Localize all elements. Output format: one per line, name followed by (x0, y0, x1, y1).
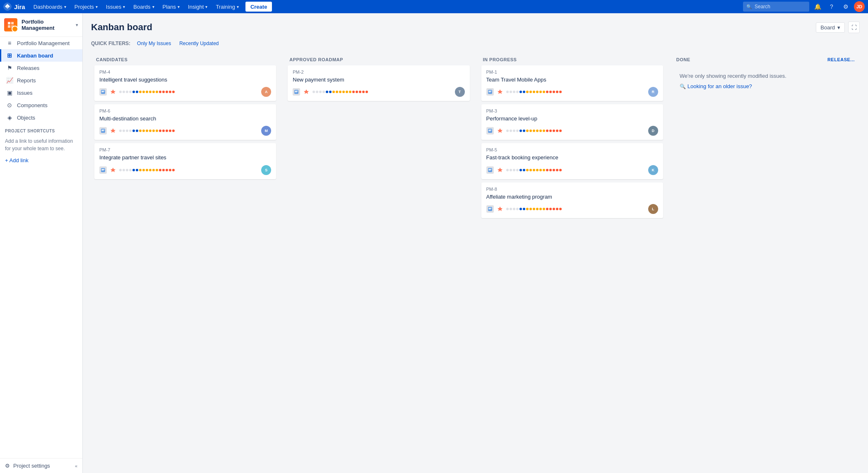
card-meta (293, 88, 310, 96)
notifications-button[interactable]: 🔔 (812, 1, 823, 12)
older-issues-link[interactable]: 🔍 Looking for an older issue? (680, 82, 851, 91)
topnav-issues[interactable]: Issues ▾ (103, 0, 129, 13)
sidebar-item-reports[interactable]: 📈 Reports (0, 74, 82, 86)
column-header-approved_roadmap: APPROVED ROADMAP (284, 54, 473, 65)
svg-rect-2 (8, 25, 10, 28)
kanban-card[interactable]: PM-4 Intelligent travel suggestions A (94, 65, 276, 101)
board-icon: ⊞ (6, 52, 13, 59)
topnav-right: 🔍 Search 🔔 ? ⚙ JD (743, 1, 865, 12)
sidebar-item-objects[interactable]: ◈ Objects (0, 111, 82, 124)
story-icon (99, 166, 107, 174)
column-body-in_progress: PM-1 Team Travel Mobile Apps R (478, 65, 666, 221)
kanban-column-candidates: CANDIDATES PM-4 Intelligent travel sugge… (91, 54, 279, 219)
kanban-card[interactable]: PM-3 Performance level-up D (481, 104, 663, 140)
sidebar-item-releases[interactable]: ⚑ Releases (0, 62, 82, 74)
collapse-icon: « (75, 463, 77, 468)
sidebar-item-portfolio-management[interactable]: ≡ Portfolio Management (0, 37, 82, 49)
card-avatar: S (261, 165, 271, 175)
card-footer: L (486, 204, 658, 214)
column-title: CANDIDATES (96, 57, 127, 62)
card-meta (486, 205, 504, 213)
topnav-plans[interactable]: Plans ▾ (159, 0, 183, 13)
card-footer: D (486, 126, 658, 136)
help-button[interactable]: ? (826, 1, 837, 12)
kanban-card[interactable]: PM-2 New payment system T (288, 65, 469, 101)
settings-button[interactable]: ⚙ (840, 1, 851, 12)
card-avatar: K (648, 165, 658, 175)
card-id: PM-1 (486, 70, 658, 74)
card-avatar: D (648, 126, 658, 136)
issues-icon: ▣ (6, 89, 13, 96)
chevron-down-icon: ▾ (237, 5, 239, 9)
card-title: Intelligent travel suggestions (99, 76, 271, 84)
shortcuts-title: PROJECT SHORTCUTS (0, 124, 82, 135)
topnav-boards[interactable]: Boards ▾ (130, 0, 157, 13)
card-title: Integrate partner travel sites (99, 154, 271, 161)
topnav-projects[interactable]: Projects ▾ (71, 0, 101, 13)
project-chevron-icon: ▾ (76, 22, 78, 28)
topnav-insight[interactable]: Insight ▾ (185, 0, 211, 13)
search-icon: 🔍 (746, 4, 752, 10)
kanban-card[interactable]: PM-6 Multi-destination search M (94, 104, 276, 140)
board-view-button[interactable]: Board ▾ (816, 22, 845, 33)
kanban-card[interactable]: PM-1 Team Travel Mobile Apps R (481, 65, 663, 101)
releases-icon: ⚑ (6, 65, 13, 71)
user-avatar[interactable]: JD (854, 1, 865, 12)
card-id: PM-6 (99, 108, 271, 113)
card-footer: T (293, 87, 464, 97)
sidebar-item-issues[interactable]: ▣ Issues (0, 86, 82, 99)
search-bar[interactable]: 🔍 Search (743, 2, 809, 12)
components-icon: ⊙ (6, 102, 13, 108)
column-title: APPROVED ROADMAP (289, 57, 343, 62)
priority-icon (496, 127, 504, 134)
card-footer: S (99, 165, 271, 175)
sidebar-item-kanban-board[interactable]: ⊞ Kanban board (0, 49, 82, 62)
card-title: New payment system (293, 76, 464, 84)
add-link-button[interactable]: + Add link (0, 155, 82, 166)
release-link[interactable]: Release... (827, 57, 855, 62)
priority-icon (109, 88, 117, 96)
project-name: Portfolio Management (22, 19, 72, 31)
card-id: PM-8 (486, 187, 658, 192)
svg-rect-1 (11, 22, 14, 24)
settings-icon: ⚙ (5, 463, 10, 469)
fullscreen-button[interactable]: ⛶ (848, 22, 860, 33)
chevron-down-icon: ▾ (96, 5, 98, 9)
topnav-dashboards[interactable]: Dashboards ▾ (30, 0, 70, 13)
column-header-done: DONE Release... (671, 54, 860, 65)
jira-logo[interactable]: Jira (3, 2, 25, 11)
card-title: Performance level-up (486, 115, 658, 122)
page-title: Kanban board (91, 22, 152, 33)
priority-icon (109, 127, 117, 134)
sidebar-item-components[interactable]: ⊙ Components (0, 99, 82, 111)
story-icon (486, 88, 494, 96)
kanban-card[interactable]: PM-7 Integrate partner travel sites S (94, 143, 276, 179)
story-icon (486, 127, 494, 134)
kanban-card[interactable]: PM-8 Affeliate marketing program L (481, 182, 663, 218)
create-button[interactable]: Create (245, 2, 272, 12)
card-avatar: L (648, 204, 658, 214)
card-title: Affeliate marketing program (486, 193, 658, 201)
column-title: DONE (676, 57, 690, 62)
project-icon (4, 18, 17, 31)
filter-recently-updated[interactable]: Recently Updated (178, 40, 220, 47)
chevron-down-icon: ▾ (837, 24, 840, 31)
card-title: Team Travel Mobile Apps (486, 76, 658, 84)
svg-rect-3 (11, 25, 14, 28)
chevron-down-icon: ▾ (123, 5, 125, 9)
story-icon (293, 88, 300, 96)
done-message: We're only showing recently modified iss… (675, 65, 856, 98)
card-avatar: A (261, 87, 271, 97)
column-header-in_progress: IN PROGRESS (478, 54, 666, 65)
card-id: PM-4 (99, 70, 271, 74)
sidebar-project-header[interactable]: Portfolio Management ▾ (0, 13, 82, 37)
card-footer: A (99, 87, 271, 97)
shortcuts-description: Add a link to useful information for you… (0, 135, 82, 155)
topnav-training[interactable]: Training ▾ (212, 0, 242, 13)
kanban-column-approved_roadmap: APPROVED ROADMAP PM-2 New payment system (284, 54, 473, 219)
kanban-column-done: DONE Release... We're only showing recen… (671, 54, 860, 219)
filter-only-my-issues[interactable]: Only My Issues (135, 40, 173, 47)
kanban-card[interactable]: PM-5 Fast-track booking experience K (481, 143, 663, 179)
column-body-done: We're only showing recently modified iss… (671, 65, 860, 101)
project-settings-button[interactable]: ⚙ Project settings « (0, 458, 82, 473)
